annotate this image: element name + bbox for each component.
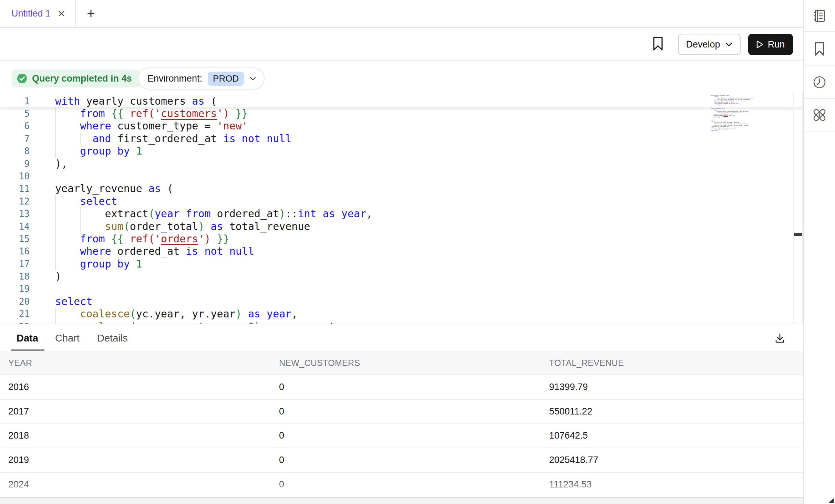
indent-guide: [55, 245, 56, 258]
table-cell: 2024: [8, 479, 279, 490]
chevron-down-icon: [725, 42, 733, 47]
code-text: group by 1: [55, 145, 142, 157]
history-panel-button[interactable]: [804, 66, 835, 99]
code-line[interactable]: 11yearly_revenue as (: [0, 182, 765, 195]
run-button[interactable]: Run: [748, 34, 793, 55]
tab-close-icon[interactable]: ✕: [58, 8, 65, 19]
sticky-code-line[interactable]: 1with yearly_customers as (: [0, 91, 803, 107]
line-number: 19: [0, 283, 30, 295]
results-table-header: YEARNEW_CUSTOMERSTOTAL_REVENUE: [0, 351, 803, 375]
code-line[interactable]: 16 where ordered_at is not null: [0, 245, 765, 258]
results-panel: Data Chart Details YEARNEW_CUSTOMERSTOTA…: [0, 324, 803, 504]
code-text: coalesce(yc.year, yr.year) as year,: [55, 308, 298, 320]
code-line[interactable]: 8 group by 1: [0, 145, 765, 157]
editor-scrollbar-track[interactable]: [793, 91, 803, 324]
code-line[interactable]: 10: [0, 170, 765, 182]
ai-assistant-panel-button[interactable]: [804, 99, 835, 132]
indent-guide: [55, 120, 56, 132]
indent-guide: [80, 208, 81, 220]
chevron-down-icon: [249, 76, 256, 81]
table-cell: 91399.79: [549, 382, 803, 392]
line-number: 17: [0, 258, 30, 270]
line-number: 10: [0, 170, 30, 182]
code-text: select: [55, 295, 92, 308]
code-line[interactable]: 13 extract(year from ordered_at)::int as…: [0, 208, 765, 220]
bookmark-button[interactable]: [650, 33, 666, 54]
code-line[interactable]: 9),: [0, 158, 765, 170]
new-tab-button[interactable]: +: [81, 0, 101, 27]
line-number: 22: [0, 321, 30, 324]
line-number: 12: [0, 195, 30, 208]
tab-details[interactable]: Details: [97, 333, 128, 344]
horizontal-scrollbar-track[interactable]: [0, 497, 803, 504]
query-status-text: Query completed in 4s: [32, 73, 132, 84]
indent-guide: [55, 145, 56, 157]
tab-untitled-1[interactable]: Untitled 1 ✕: [0, 0, 76, 27]
code-text: coalesce(yc.new_customers, 0) as new_cus…: [55, 321, 372, 324]
code-line[interactable]: 5 from {{ ref('customers') }}: [0, 107, 765, 120]
run-label: Run: [768, 39, 785, 50]
line-number: 20: [0, 295, 30, 308]
table-cell: 0: [279, 406, 549, 417]
line-number: 16: [0, 245, 30, 258]
table-cell: 111234.53: [549, 479, 803, 490]
code-line[interactable]: 21 coalesce(yc.year, yr.year) as year,: [0, 308, 765, 320]
environment-value-badge: PROD: [208, 72, 244, 86]
indent-guide: [55, 258, 56, 270]
code-text: and first_ordered_at is not null: [55, 133, 291, 145]
line-number: 9: [0, 158, 30, 170]
table-row: 201902025418.77: [0, 448, 803, 473]
indent-guide: [55, 233, 56, 245]
code-line[interactable]: 12 select: [0, 195, 765, 208]
bookmark-icon: [651, 36, 665, 51]
sql-code-editor[interactable]: 5 from {{ ref('customers') }}6 where cus…: [0, 91, 803, 324]
code-line[interactable]: 22 coalesce(yc.new_customers, 0) as new_…: [0, 321, 765, 324]
toolbar: Develop Run: [0, 28, 803, 61]
table-cell: 0: [279, 479, 549, 490]
line-number: 1: [0, 95, 30, 107]
code-line[interactable]: 14 sum(order_total) as total_revenue: [0, 220, 765, 233]
code-lines[interactable]: 5 from {{ ref('customers') }}6 where cus…: [0, 107, 765, 324]
indent-guide: [55, 107, 56, 120]
tab-chart[interactable]: Chart: [55, 333, 80, 344]
indent-guide: [80, 220, 81, 233]
code-line[interactable]: 19: [0, 283, 765, 295]
download-results-button[interactable]: [770, 328, 790, 348]
code-line[interactable]: 18): [0, 270, 765, 283]
editor-scrollbar-thumb[interactable]: [794, 233, 802, 236]
environment-select[interactable]: Environment: PROD: [138, 67, 265, 90]
line-number: 13: [0, 208, 30, 220]
code-text: with yearly_customers as (: [55, 95, 217, 107]
code-line[interactable]: 1with yearly_customers as (: [0, 95, 803, 107]
code-text: yearly_revenue as (: [55, 182, 173, 195]
indent-guide: [55, 195, 56, 208]
code-line[interactable]: 17 group by 1: [0, 258, 765, 270]
tab-data[interactable]: Data: [17, 333, 38, 344]
table-cell: 550011.22: [549, 406, 803, 417]
notebook-panel-button[interactable]: [804, 0, 835, 32]
window-resize-grip[interactable]: [829, 498, 834, 503]
line-number: 5: [0, 107, 30, 120]
code-line[interactable]: 20select: [0, 295, 765, 308]
table-row: 20240111234.53: [0, 473, 803, 497]
table-cell: 2018: [8, 430, 279, 441]
table-cell: 2017: [8, 406, 279, 417]
table-row: 20180107642.5: [0, 424, 803, 449]
plus-icon: +: [87, 6, 95, 21]
code-line[interactable]: 6 where customer_type = 'new': [0, 120, 765, 132]
code-line[interactable]: 15 from {{ ref('orders') }}: [0, 233, 765, 245]
bookmarks-panel-button[interactable]: [804, 32, 835, 66]
editor-minimap[interactable]: with yearly_customers as ( select extrac…: [711, 95, 752, 131]
results-table-body: 2016091399.7920170550011.2220180107642.5…: [0, 375, 803, 497]
indent-guide: [80, 133, 81, 145]
code-text: group by 1: [55, 258, 142, 270]
editor-tab-bar: Untitled 1 ✕ +: [0, 0, 835, 28]
table-cell: 107642.5: [549, 430, 803, 441]
line-number: 8: [0, 145, 30, 157]
develop-dropdown[interactable]: Develop: [678, 34, 741, 55]
table-cell: 2019: [8, 455, 279, 465]
code-line[interactable]: 7 and first_ordered_at is not null: [0, 133, 765, 145]
table-cell: 2016: [8, 382, 279, 392]
ai-sparkle-icon: [811, 107, 828, 123]
indent-guide: [55, 208, 56, 220]
